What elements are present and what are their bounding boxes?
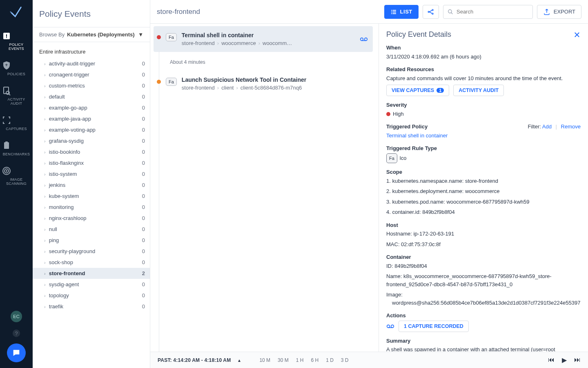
tree-item-monitoring[interactable]: ›monitoring0 [33, 202, 150, 213]
svg-point-10 [6, 171, 7, 171]
activity-audit-label: ACTIVITY AUDIT [459, 88, 499, 93]
tree-item-cronagent-trigger[interactable]: ›cronagent-trigger0 [33, 69, 150, 80]
tree-item-count: 0 [142, 237, 145, 243]
svg-text:+: + [5, 62, 8, 68]
tree-item-label: custom-metrics [49, 83, 85, 89]
tree-item-activity-audit-trigger[interactable]: ›activity-audit-trigger0 [33, 58, 150, 69]
chevron-right-icon: › [44, 117, 46, 121]
nav-item-policies[interactable]: +POLICIES [0, 56, 33, 81]
tree-item-label: default [49, 94, 65, 100]
capture-icon [360, 37, 368, 42]
search-input[interactable] [457, 9, 528, 15]
export-button[interactable]: EXPORT [537, 5, 581, 19]
brand-logo [9, 5, 23, 19]
tree-item-label: topology [49, 292, 69, 298]
tree-item-istio-bookinfo[interactable]: ›istio-bookinfo0 [33, 146, 150, 157]
nav-item-benchmarks[interactable]: BENCHMARKS [0, 136, 33, 161]
svg-point-19 [428, 11, 429, 12]
nav-item-captures[interactable]: CAPTURES [0, 110, 33, 136]
tree-item-grafana-sysdig[interactable]: ›grafana-sysdig0 [33, 135, 150, 146]
triggered-policy-link[interactable]: Terminal shell in container [386, 132, 448, 139]
tree-root[interactable]: Entire infrastructure [33, 45, 150, 58]
tree-item-ping[interactable]: ›ping0 [33, 235, 150, 246]
user-avatar[interactable]: EC [11, 311, 22, 322]
tree-item-count: 0 [142, 281, 145, 287]
nav-item-policy-events[interactable]: POLICY EVENTS [0, 26, 33, 56]
tree-item-label: jenkins [49, 182, 65, 188]
event-card[interactable]: FaLaunch Suspicious Network Tool in Cont… [154, 71, 373, 96]
tree-item-nginx-crashloop[interactable]: ›nginx-crashloop0 [33, 213, 150, 224]
time-preset[interactable]: 1 D [326, 357, 334, 363]
when-value: 3/11/2020 4:18:09.692 am (6 hours ago) [386, 53, 581, 61]
chevron-up-icon[interactable]: ▴ [238, 357, 241, 363]
list-icon [390, 9, 397, 15]
tree-item-example-go-app[interactable]: ›example-go-app0 [33, 102, 150, 113]
tree-item-label: example-voting-app [49, 127, 96, 133]
svg-rect-7 [5, 141, 8, 143]
tree-item-security-playground[interactable]: ›security-playground0 [33, 246, 150, 257]
svg-point-21 [432, 13, 433, 14]
tree-item-istio-flasknginx[interactable]: ›istio-flasknginx0 [33, 157, 150, 168]
tree-item-istio-system[interactable]: ›istio-system0 [33, 168, 150, 180]
activity-audit-button[interactable]: ACTIVITY AUDIT [453, 85, 504, 96]
tree-item-label: cronagent-trigger [49, 72, 89, 78]
chevron-right-icon: › [44, 282, 46, 287]
list-view-button[interactable]: LIST [384, 5, 419, 19]
svg-text:?: ? [15, 330, 18, 337]
event-card[interactable]: FaTerminal shell in containerstore-front… [154, 26, 373, 52]
timebar: PAST: 4:14:20 AM - 4:18:10 AM ▴ 10 M30 M… [150, 352, 588, 368]
tree-item-custom-metrics[interactable]: ›custom-metrics0 [33, 80, 150, 91]
tree-item-example-java-app[interactable]: ›example-java-app0 [33, 113, 150, 124]
capture-recorded-label: 1 CAPTURE RECORDED [404, 323, 463, 329]
help-icon[interactable]: ? [12, 329, 21, 338]
tree-item-topology[interactable]: ›topology0 [33, 290, 150, 301]
view-captures-button[interactable]: VIEW CAPTURES 1 [386, 85, 449, 96]
nav-item-image-scanning[interactable]: IMAGE SCANNING [0, 161, 33, 191]
play-icon[interactable]: ▶ [562, 356, 567, 364]
scope-tree: Entire infrastructure ›activity-audit-tr… [33, 42, 150, 368]
tree-item-count: 0 [142, 215, 145, 221]
browse-by-dropdown[interactable]: Browse By Kubernetes (Deployments) ▼ [33, 27, 150, 42]
graph-view-button[interactable] [423, 5, 439, 19]
tree-item-traefik[interactable]: ›traefik0 [33, 301, 150, 312]
nav-item-activity-audit[interactable]: ACTIVITY AUDIT [0, 81, 33, 110]
chevron-right-icon: › [44, 150, 46, 155]
chevron-right-icon: › [44, 227, 46, 232]
tree-item-label: example-go-app [49, 105, 87, 111]
chevron-right-icon: › [44, 83, 46, 88]
filter-add-link[interactable]: Add [542, 123, 552, 130]
page-title: Policy Events [33, 0, 150, 27]
tree-item-store-frontend[interactable]: ›store-frontend2 [33, 268, 150, 279]
nav-item-label: BENCHMARKS [3, 152, 30, 156]
chevron-right-icon: › [44, 249, 46, 254]
time-range[interactable]: PAST: 4:14:20 AM - 4:18:10 AM [158, 357, 231, 363]
tree-item-label: null [49, 226, 57, 232]
tree-item-example-voting-app[interactable]: ›example-voting-app0 [33, 124, 150, 135]
chevron-right-icon: › [44, 128, 46, 132]
tree-item-kube-system[interactable]: ›kube-system0 [33, 191, 150, 202]
tree-item-label: traefik [49, 303, 63, 310]
tree-item-sock-shop[interactable]: ›sock-shop0 [33, 257, 150, 268]
filter-remove-link[interactable]: Remove [561, 123, 581, 130]
chat-launcher[interactable] [7, 343, 26, 362]
scope-item: 4. container.id: 849b2f9b8f04 [386, 208, 581, 216]
topbar: store-frontend LIST EXPORT [150, 0, 588, 24]
time-preset[interactable]: 30 M [278, 357, 289, 363]
skip-back-icon[interactable]: ⏮ [548, 356, 555, 364]
time-preset[interactable]: 3 D [341, 357, 349, 363]
tree-item-null[interactable]: ›null0 [33, 224, 150, 235]
time-preset[interactable]: 10 M [259, 357, 270, 363]
tree-item-sysdig-agent[interactable]: ›sysdig-agent0 [33, 279, 150, 290]
tree-item-jenkins[interactable]: ›jenkins0 [33, 180, 150, 191]
list-view-label: LIST [400, 9, 412, 15]
chevron-right-icon: › [44, 105, 46, 110]
time-preset[interactable]: 1 H [296, 357, 304, 363]
tree-item-default[interactable]: ›default0 [33, 91, 150, 102]
search-input-wrapper[interactable] [443, 5, 533, 19]
svg-rect-17 [391, 13, 392, 14]
skip-forward-icon[interactable]: ⏭ [574, 356, 581, 364]
close-icon[interactable] [573, 31, 581, 38]
time-preset[interactable]: 6 H [311, 357, 318, 363]
capture-recorded-button[interactable]: 1 CAPTURE RECORDED [399, 321, 469, 332]
svg-point-26 [391, 325, 394, 328]
